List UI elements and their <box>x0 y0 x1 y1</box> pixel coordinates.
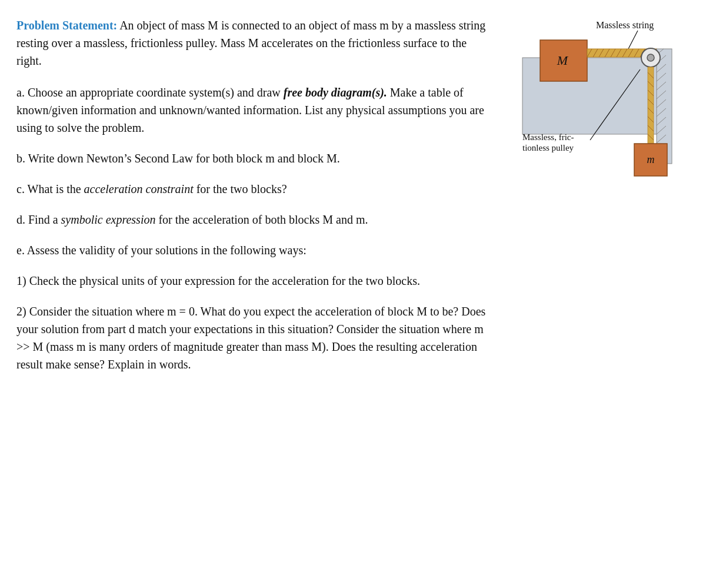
question-b-text: b. Write down Newton’s Second Law for bo… <box>16 152 340 165</box>
massless-string-label: Massless string <box>596 20 654 31</box>
question-1-text: 1) Check the physical units of your expr… <box>16 274 420 287</box>
page-layout: Problem Statement: An object of mass M i… <box>16 16 687 386</box>
question-c-italic: acceleration constraint <box>84 182 194 195</box>
question-a-prefix: a. Choose an appropriate coordinate syst… <box>16 86 284 99</box>
question-a-italic-bold: free body diagram(s). <box>284 86 387 99</box>
question-d-block: d. Find a symbolic expression for the ac… <box>16 211 493 228</box>
svg-rect-32 <box>648 67 654 144</box>
question-c-suffix: for the two blocks? <box>194 182 287 195</box>
problem-statement-block: Problem Statement: An object of mass M i… <box>16 16 493 69</box>
question-2-text: 2) Consider the situation where m = 0. W… <box>16 305 485 371</box>
question-2-block: 2) Consider the situation where m = 0. W… <box>16 303 493 373</box>
diagram-wrapper: Massless string M <box>505 16 687 240</box>
question-b-block: b. Write down Newton’s Second Law for bo… <box>16 150 493 167</box>
question-e-text: e. Assess the validity of your solutions… <box>16 244 307 257</box>
pulley-label-line1: Massless, fric- <box>522 132 574 142</box>
question-c-prefix: c. What is the <box>16 182 84 195</box>
question-d-suffix: for the acceleration of both blocks M an… <box>155 213 368 226</box>
svg-point-31 <box>647 54 654 61</box>
pulley-label-line2: tionless pulley <box>522 143 574 152</box>
question-a-block: a. Choose an appropriate coordinate syst… <box>16 84 493 137</box>
block-M-label: M <box>557 53 569 68</box>
svg-line-0 <box>628 31 638 49</box>
diagram-column: Massless string M <box>505 16 687 240</box>
block-m-label: m <box>647 154 655 165</box>
question-d-prefix: d. Find a <box>16 213 61 226</box>
question-1-block: 1) Check the physical units of your expr… <box>16 272 493 290</box>
problem-statement-label: Problem Statement: <box>16 19 117 32</box>
physics-diagram: Massless string M <box>505 16 687 240</box>
question-c-block: c. What is the acceleration constraint f… <box>16 180 493 198</box>
question-e-block: e. Assess the validity of your solutions… <box>16 241 493 259</box>
text-column: Problem Statement: An object of mass M i… <box>16 16 493 386</box>
question-d-italic: symbolic expression <box>61 213 156 226</box>
